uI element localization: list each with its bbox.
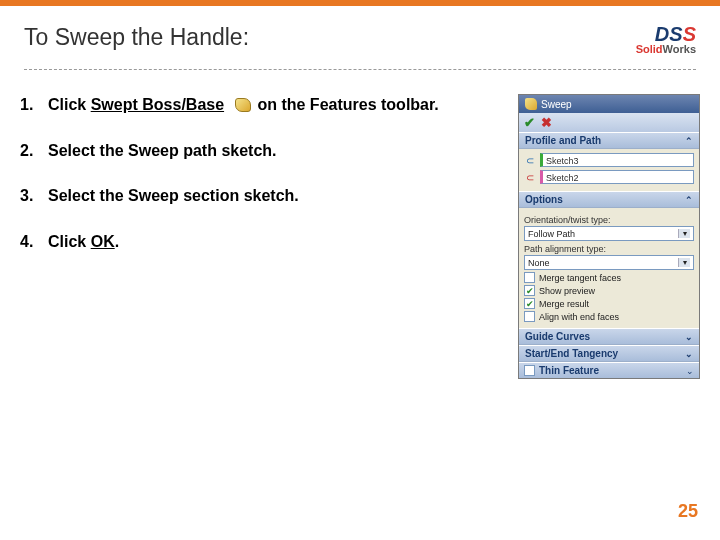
- chevron-down-icon: ⌄: [686, 366, 694, 376]
- section-tangency[interactable]: Start/End Tangency ⌄: [519, 345, 699, 362]
- ok-link: OK: [91, 233, 115, 250]
- page-title: To Sweep the Handle:: [24, 24, 636, 51]
- chevron-down-icon: ⌄: [685, 332, 693, 342]
- checkbox[interactable]: ✔: [524, 298, 535, 309]
- logo-text-left: Solid: [636, 43, 663, 55]
- page-number: 25: [678, 501, 698, 522]
- step-1: 1. Click Swept Boss/Base on the Features…: [20, 94, 504, 116]
- pm-confirm-row: ✔ ✖: [519, 113, 699, 132]
- checkbox[interactable]: ✔: [524, 285, 535, 296]
- chevron-up-icon: ⌃: [685, 136, 693, 146]
- header: To Sweep the Handle: DSS SolidWorks: [0, 6, 720, 65]
- align-combo[interactable]: None ▾: [524, 255, 694, 270]
- property-manager: Sweep ✔ ✖ Profile and Path ⌃ ⊂ Sketch3 ⊂…: [518, 94, 700, 379]
- sweep-feature-icon: [525, 98, 537, 110]
- sweep-icon: [235, 98, 251, 112]
- section-profile-path[interactable]: Profile and Path ⌃: [519, 132, 699, 149]
- path-icon: ⊂: [524, 171, 536, 183]
- step-4: 4. Click OK.: [20, 231, 504, 253]
- logo-mark: DSS: [655, 23, 696, 45]
- ok-button[interactable]: ✔: [524, 115, 535, 130]
- pm-title-text: Sweep: [541, 99, 572, 110]
- checkbox[interactable]: [524, 311, 535, 322]
- orient-combo[interactable]: Follow Path ▾: [524, 226, 694, 241]
- profile-path-body: ⊂ Sketch3 ⊂ Sketch2: [519, 149, 699, 191]
- step-3: 3. Select the Sweep section sketch.: [20, 185, 504, 207]
- content-area: 1. Click Swept Boss/Base on the Features…: [0, 70, 720, 379]
- check-merge-result[interactable]: ✔ Merge result: [524, 298, 694, 309]
- step-2: 2. Select the Sweep path sketch.: [20, 140, 504, 162]
- check-align-end-faces[interactable]: Align with end faces: [524, 311, 694, 322]
- profile-icon: ⊂: [524, 154, 536, 166]
- chevron-down-icon: ▾: [678, 229, 690, 238]
- checkbox[interactable]: [524, 272, 535, 283]
- pm-titlebar: Sweep: [519, 95, 699, 113]
- path-field[interactable]: Sketch2: [540, 170, 694, 184]
- checkbox[interactable]: [524, 365, 535, 376]
- orient-label: Orientation/twist type:: [524, 215, 694, 225]
- brand-logo: DSS SolidWorks: [636, 24, 696, 55]
- align-label: Path alignment type:: [524, 244, 694, 254]
- chevron-up-icon: ⌃: [685, 195, 693, 205]
- section-guide-curves[interactable]: Guide Curves ⌄: [519, 328, 699, 345]
- swept-boss-base-link: Swept Boss/Base: [91, 96, 224, 113]
- check-merge-tangent[interactable]: Merge tangent faces: [524, 272, 694, 283]
- chevron-down-icon: ⌄: [685, 349, 693, 359]
- chevron-down-icon: ▾: [678, 258, 690, 267]
- section-options[interactable]: Options ⌃: [519, 191, 699, 208]
- options-body: Orientation/twist type: Follow Path ▾ Pa…: [519, 208, 699, 328]
- logo-text-right: Works: [663, 43, 696, 55]
- check-show-preview[interactable]: ✔ Show preview: [524, 285, 694, 296]
- step-list: 1. Click Swept Boss/Base on the Features…: [20, 94, 504, 379]
- profile-field[interactable]: Sketch3: [540, 153, 694, 167]
- cancel-button[interactable]: ✖: [541, 115, 552, 130]
- section-thin-feature[interactable]: Thin Feature ⌄: [519, 362, 699, 378]
